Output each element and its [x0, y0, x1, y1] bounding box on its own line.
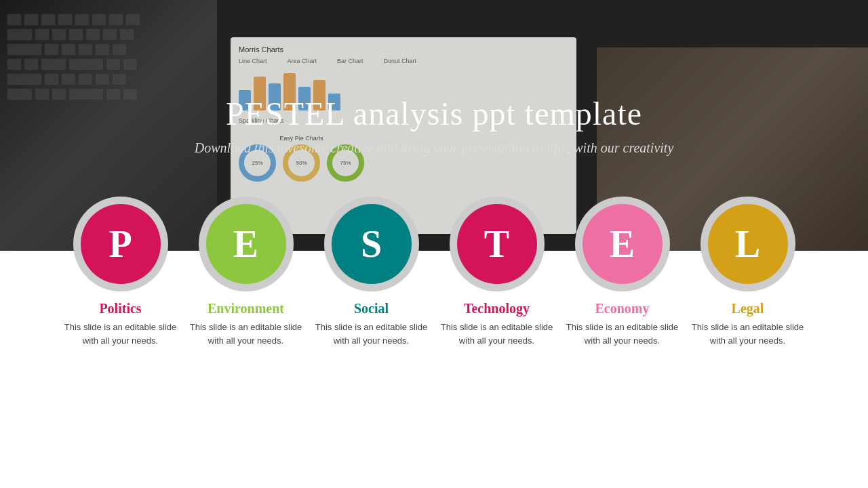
letter-l: L	[735, 222, 760, 266]
key	[35, 88, 50, 100]
key	[41, 58, 66, 70]
letter-t: T	[484, 222, 509, 266]
key	[7, 43, 42, 56]
key	[95, 73, 110, 85]
circle-inner-environment: E	[206, 204, 286, 284]
key	[24, 14, 39, 26]
key	[95, 43, 110, 56]
key	[78, 73, 93, 85]
letter-p: P	[108, 222, 132, 266]
pestel-item-politics: P Politics This slide is an editable sli…	[58, 197, 183, 347]
circle-inner-technology: T	[457, 204, 537, 284]
key	[7, 58, 22, 70]
key	[125, 14, 140, 26]
key	[106, 88, 121, 100]
key	[44, 43, 59, 56]
circle-outer-legal: L	[701, 197, 795, 291]
key	[123, 58, 138, 70]
label-politics: Politics	[99, 301, 141, 317]
label-social: Social	[354, 301, 389, 317]
key	[106, 58, 121, 70]
circle-outer-technology: T	[450, 197, 545, 291]
circle-outer-environment: E	[199, 197, 294, 291]
slide: Morris Charts Line Chart Area Chart Bar …	[0, 0, 868, 488]
desc-technology: This slide is an editable slide with all…	[434, 321, 559, 347]
bottom-section: P Politics This slide is an editable sli…	[0, 251, 868, 488]
key	[41, 14, 56, 26]
pestel-item-economy: E Economy This slide is an editable slid…	[559, 197, 685, 347]
key	[78, 43, 93, 56]
desc-economy: This slide is an editable slide with all…	[559, 321, 685, 347]
key	[7, 73, 42, 85]
desc-environment: This slide is an editable slide with all…	[183, 321, 309, 347]
header-content: PESTEL analysis ppt template Download th…	[167, 95, 701, 156]
label-legal: Legal	[732, 301, 764, 317]
pestel-item-technology: T Technology This slide is an editable s…	[434, 197, 559, 347]
label-environment: Environment	[208, 301, 284, 317]
pestel-item-environment: E Environment This slide is an editable …	[183, 197, 309, 347]
pestel-item-social: S Social This slide is an editable slide…	[309, 197, 434, 347]
key	[102, 28, 117, 41]
pestel-item-legal: L Legal This slide is an editable slide …	[685, 197, 810, 347]
subtitle: Download this awesome creative and bring…	[195, 140, 674, 156]
key	[123, 88, 138, 100]
circle-inner-legal: L	[708, 204, 788, 284]
pestel-container: P Politics This slide is an editable sli…	[0, 197, 868, 347]
key	[112, 43, 127, 56]
key	[108, 14, 123, 26]
circle-outer-social: S	[324, 197, 419, 291]
circle-outer-economy: E	[575, 197, 670, 291]
circle-inner-politics: P	[81, 204, 161, 284]
key	[7, 14, 22, 26]
keyboard-rows	[7, 14, 140, 100]
key	[7, 88, 33, 100]
key	[7, 28, 33, 41]
letter-e2: E	[610, 222, 635, 266]
label-economy: Economy	[595, 301, 650, 317]
key	[52, 88, 66, 100]
circle-inner-social: S	[332, 204, 412, 284]
key	[61, 43, 76, 56]
chart-paper-title: Morris Charts	[239, 45, 568, 54]
key	[112, 73, 127, 85]
key	[52, 28, 66, 41]
key	[44, 73, 59, 85]
main-title: PESTEL analysis ppt template	[195, 95, 674, 132]
label-technology: Technology	[464, 301, 530, 317]
circle-outer-politics: P	[73, 197, 168, 291]
key	[75, 14, 90, 26]
key	[61, 73, 76, 85]
letter-e1: E	[233, 222, 258, 266]
key	[24, 58, 39, 70]
desc-politics: This slide is an editable slide with all…	[58, 321, 183, 347]
key	[119, 28, 134, 41]
key	[68, 28, 83, 41]
circle-inner-economy: E	[583, 204, 663, 284]
key	[35, 28, 50, 41]
key	[68, 58, 104, 70]
key	[68, 88, 104, 100]
key	[85, 28, 100, 41]
desc-legal: This slide is an editable slide with all…	[685, 321, 810, 347]
key	[92, 14, 106, 26]
desc-social: This slide is an editable slide with all…	[309, 321, 434, 347]
key	[58, 14, 73, 26]
letter-s: S	[361, 222, 382, 266]
